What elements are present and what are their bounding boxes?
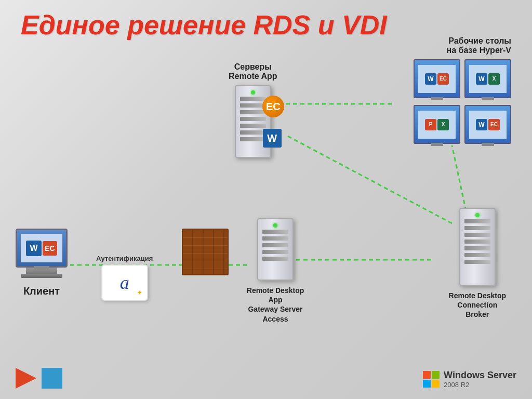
hyperv-screen-1: W EC	[418, 65, 456, 93]
ws-version: 2008 R2	[444, 381, 516, 389]
hyperv-icon-3b: X	[437, 119, 449, 130]
svg-line-4	[452, 145, 468, 218]
client-base	[21, 274, 62, 278]
broker-drive-5	[464, 246, 490, 250]
ws-text: Windows Server	[444, 370, 516, 381]
hyperv-icon-1b: EC	[437, 73, 449, 85]
server-drive-4	[240, 117, 266, 121]
broker-label: Remote Desktop Connection Broker	[449, 291, 506, 320]
auth-card: a ✦	[101, 264, 148, 301]
gateway-node: Remote Desktop App Gateway Server Access	[239, 218, 312, 324]
win-flag-q1	[423, 371, 431, 379]
page-title: Единое решение RDS и VDI	[21, 9, 387, 41]
broker-drive-2	[464, 226, 490, 230]
auth-label-text: Аутентификация	[96, 255, 153, 262]
gateway-drive-1	[262, 230, 288, 234]
firewall-node	[182, 229, 229, 275]
broker-drive-3	[464, 233, 490, 237]
gateway-drive-3	[262, 243, 288, 247]
client-monitor: W EC	[16, 229, 68, 268]
hyperv-icon-3a: P	[425, 119, 436, 130]
hyperv-desktop-4: W EC	[464, 105, 511, 144]
remoteapp-label: СерверыRemote App	[229, 62, 277, 81]
broker-node: Remote Desktop Connection Broker	[449, 208, 506, 320]
hyperv-desktop-1: W EC	[414, 59, 460, 98]
word-remoteapp-icon: W	[263, 129, 282, 148]
hyperv-icon-2b: X	[488, 73, 500, 85]
gateway-light-1	[273, 223, 277, 228]
word-icon: W	[26, 241, 42, 256]
windows-server-logo: Windows Server 2008 R2	[423, 370, 516, 389]
hyperv-icon-4a: W	[476, 119, 487, 130]
hyperv-node: Рабочие столы на базе Hyper-V W EC W X	[414, 36, 511, 147]
broker-drive-6	[464, 253, 490, 257]
win-flag-q2	[432, 371, 440, 379]
server-drive-7	[240, 137, 266, 141]
broker-drive-4	[464, 240, 490, 244]
auth-star-icon: ✦	[137, 288, 143, 297]
hyperv-desktop-grid: W EC W X P	[414, 59, 511, 147]
server-drive-5	[240, 124, 266, 128]
hyperv-icon-1a: W	[425, 73, 436, 85]
svg-line-3	[286, 135, 452, 223]
broker-drive-7	[464, 260, 490, 264]
auth-node: Аутентификация a ✦	[96, 255, 153, 301]
hyperv-icon-2a: W	[476, 73, 487, 85]
remoteapp-node: СерверыRemote App EC W	[229, 62, 277, 158]
hyperv-desktop-2: W X	[464, 59, 511, 98]
hyperv-icon-4b: EC	[488, 119, 500, 130]
gateway-drive-4	[262, 250, 288, 254]
play-button[interactable]	[16, 368, 36, 389]
broker-light-1	[475, 213, 480, 217]
hyperv-screen-2: W X	[469, 65, 507, 93]
gateway-drive-5	[262, 257, 288, 261]
monitor-screen: W EC	[21, 234, 62, 262]
broker-server-tower	[459, 208, 496, 286]
ppt-icon: EC	[43, 241, 57, 256]
hyperv-screen-3: P X	[418, 111, 456, 139]
server-drive-6	[240, 130, 266, 135]
gateway-label: Remote Desktop App Gateway Server Access	[239, 286, 312, 324]
ws-text-block: Windows Server 2008 R2	[444, 370, 516, 389]
gateway-server-tower	[257, 218, 294, 281]
stop-button[interactable]	[42, 368, 62, 389]
client-label: Клиент	[23, 285, 60, 297]
gateway-drive-2	[262, 236, 288, 241]
firewall-brick	[182, 229, 229, 275]
orange-remoteapp-icon: EC	[262, 96, 284, 117]
win-flag-q4	[432, 380, 440, 388]
broker-drive-1	[464, 219, 490, 223]
hyperv-desktop-3: P X	[414, 105, 460, 144]
media-buttons[interactable]	[16, 368, 62, 389]
hyperv-label: Рабочие столы на базе Hyper-V	[414, 36, 511, 55]
server-light-1	[251, 90, 255, 95]
auth-letter-icon: a	[120, 272, 129, 294]
win-flag-q3	[423, 380, 431, 388]
hyperv-screen-4: W EC	[469, 111, 507, 139]
windows-flag-icon	[423, 371, 440, 388]
client-node: W EC Клиент	[16, 229, 68, 297]
